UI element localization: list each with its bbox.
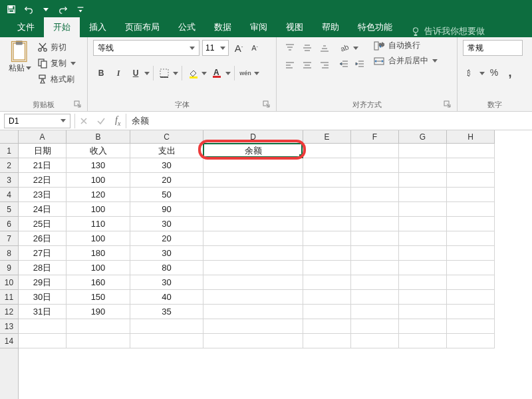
cell-F4[interactable] bbox=[351, 188, 399, 202]
cell-grid[interactable]: 日期收入支出余额21日1303022日1002023日1205024日10090… bbox=[19, 144, 532, 399]
column-header-F[interactable]: F bbox=[351, 130, 399, 143]
clipboard-dialog-launcher-icon[interactable] bbox=[74, 100, 82, 108]
column-header-A[interactable]: A bbox=[19, 130, 66, 143]
cell-C14[interactable] bbox=[130, 334, 203, 348]
cell-H7[interactable] bbox=[447, 231, 495, 246]
cell-G12[interactable] bbox=[399, 305, 447, 319]
cell-D13[interactable] bbox=[203, 319, 303, 334]
column-header-D[interactable]: D bbox=[203, 130, 303, 143]
row-header-10[interactable]: 10 bbox=[0, 275, 18, 290]
cell-B5[interactable]: 100 bbox=[66, 202, 130, 217]
merge-center-button[interactable]: 合并后居中 bbox=[374, 55, 438, 66]
cell-B9[interactable]: 100 bbox=[66, 261, 130, 275]
cell-D14[interactable] bbox=[203, 334, 303, 348]
comma-style-button[interactable]: , bbox=[503, 65, 517, 80]
cell-C4[interactable]: 50 bbox=[130, 188, 203, 202]
column-header-E[interactable]: E bbox=[303, 130, 351, 143]
cell-A3[interactable]: 22日 bbox=[19, 173, 66, 188]
cell-A2[interactable]: 21日 bbox=[19, 158, 66, 173]
align-center-button[interactable] bbox=[299, 57, 315, 73]
row-header-11[interactable]: 11 bbox=[0, 290, 18, 305]
undo-icon[interactable] bbox=[21, 2, 36, 17]
font-color-button[interactable]: A bbox=[209, 65, 231, 81]
row-header-8[interactable]: 8 bbox=[0, 246, 18, 261]
underline-button[interactable]: U bbox=[128, 65, 150, 81]
cell-F3[interactable] bbox=[351, 173, 399, 188]
cell-D1[interactable]: 余额 bbox=[203, 144, 303, 158]
cell-H12[interactable] bbox=[447, 305, 495, 319]
paste-label[interactable]: 粘贴 bbox=[9, 63, 31, 74]
qat-customize-icon[interactable] bbox=[73, 2, 88, 17]
tab-home[interactable]: 开始 bbox=[44, 17, 80, 37]
cell-F10[interactable] bbox=[351, 275, 399, 290]
cell-B12[interactable]: 190 bbox=[66, 305, 130, 319]
cell-E7[interactable] bbox=[303, 231, 351, 246]
cell-A14[interactable] bbox=[19, 334, 66, 348]
cell-C12[interactable]: 35 bbox=[130, 305, 203, 319]
cell-C9[interactable]: 80 bbox=[130, 261, 203, 275]
cell-B14[interactable] bbox=[66, 334, 130, 348]
fill-color-button[interactable] bbox=[185, 65, 207, 81]
cell-F8[interactable] bbox=[351, 246, 399, 261]
tell-me-search[interactable]: 告诉我你想要做 bbox=[411, 25, 485, 37]
font-size-combo[interactable]: 11 bbox=[202, 40, 229, 56]
row-header-13[interactable]: 13 bbox=[0, 319, 18, 334]
column-header-H[interactable]: H bbox=[447, 130, 495, 143]
cell-C13[interactable] bbox=[130, 319, 203, 334]
column-header-B[interactable]: B bbox=[66, 130, 130, 143]
cell-E5[interactable] bbox=[303, 202, 351, 217]
cell-G10[interactable] bbox=[399, 275, 447, 290]
cell-H10[interactable] bbox=[447, 275, 495, 290]
cell-H5[interactable] bbox=[447, 202, 495, 217]
cell-H1[interactable] bbox=[447, 144, 495, 158]
cell-D3[interactable] bbox=[203, 173, 303, 188]
paste-button[interactable] bbox=[10, 40, 30, 63]
cell-E10[interactable] bbox=[303, 275, 351, 290]
select-all-corner[interactable] bbox=[0, 130, 19, 144]
cancel-formula-icon[interactable] bbox=[75, 116, 92, 126]
row-header-2[interactable]: 2 bbox=[0, 158, 18, 173]
cell-G11[interactable] bbox=[399, 290, 447, 305]
cell-G3[interactable] bbox=[399, 173, 447, 188]
cell-D7[interactable] bbox=[203, 231, 303, 246]
cell-A11[interactable]: 30日 bbox=[19, 290, 66, 305]
cell-A6[interactable]: 25日 bbox=[19, 217, 66, 231]
cell-B7[interactable]: 100 bbox=[66, 231, 130, 246]
cell-D4[interactable] bbox=[203, 188, 303, 202]
cell-A7[interactable]: 26日 bbox=[19, 231, 66, 246]
cell-C7[interactable]: 20 bbox=[130, 231, 203, 246]
cell-F7[interactable] bbox=[351, 231, 399, 246]
cell-H6[interactable] bbox=[447, 217, 495, 231]
font-dialog-launcher-icon[interactable] bbox=[263, 100, 271, 108]
cell-C8[interactable]: 30 bbox=[130, 246, 203, 261]
row-header-6[interactable]: 6 bbox=[0, 217, 18, 231]
cell-F2[interactable] bbox=[351, 158, 399, 173]
percent-button[interactable]: % bbox=[487, 65, 501, 80]
tab-view[interactable]: 视图 bbox=[277, 17, 313, 37]
cell-E14[interactable] bbox=[303, 334, 351, 348]
cell-G13[interactable] bbox=[399, 319, 447, 334]
cell-G6[interactable] bbox=[399, 217, 447, 231]
cell-A4[interactable]: 23日 bbox=[19, 188, 66, 202]
cell-B3[interactable]: 100 bbox=[66, 173, 130, 188]
cell-A12[interactable]: 31日 bbox=[19, 305, 66, 319]
cell-G8[interactable] bbox=[399, 246, 447, 261]
tab-features[interactable]: 特色功能 bbox=[348, 17, 402, 37]
accept-formula-icon[interactable] bbox=[92, 116, 110, 126]
cell-E11[interactable] bbox=[303, 290, 351, 305]
row-header-5[interactable]: 5 bbox=[0, 202, 18, 217]
wrap-text-button[interactable]: ab 自动换行 bbox=[374, 40, 438, 51]
redo-icon[interactable] bbox=[56, 2, 70, 17]
cell-B6[interactable]: 110 bbox=[66, 217, 130, 231]
row-header-4[interactable]: 4 bbox=[0, 188, 18, 202]
cell-H11[interactable] bbox=[447, 290, 495, 305]
cell-D9[interactable] bbox=[203, 261, 303, 275]
cell-D6[interactable] bbox=[203, 217, 303, 231]
cell-B8[interactable]: 180 bbox=[66, 246, 130, 261]
tab-file[interactable]: 文件 bbox=[8, 17, 44, 37]
align-bottom-button[interactable] bbox=[317, 40, 332, 56]
border-button[interactable] bbox=[156, 65, 179, 81]
accounting-format-button[interactable]: ₿ bbox=[463, 65, 485, 81]
cell-H2[interactable] bbox=[447, 158, 495, 173]
cell-B4[interactable]: 120 bbox=[66, 188, 130, 202]
